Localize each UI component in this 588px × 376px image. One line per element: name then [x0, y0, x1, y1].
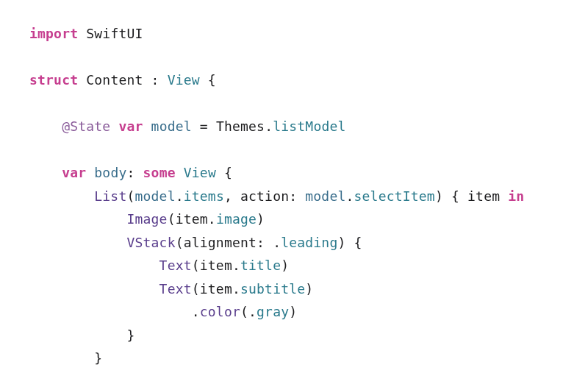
- type-name: Content: [86, 72, 143, 88]
- code-line: .color(.gray): [29, 304, 297, 319]
- code-line: Text(item.title): [29, 258, 289, 273]
- code-line: }: [29, 350, 102, 366]
- variable-model: model: [151, 118, 192, 134]
- call-text: Text: [159, 281, 192, 297]
- code-line: }: [29, 327, 135, 343]
- code-line: struct Content : View {: [29, 72, 216, 88]
- keyword-struct: struct: [29, 72, 78, 88]
- keyword-var: var: [118, 118, 143, 134]
- code-block: import SwiftUI struct Content : View { @…: [29, 22, 559, 376]
- modifier-color: color: [200, 304, 240, 319]
- call-text: Text: [159, 258, 192, 273]
- attribute-state: @State: [62, 118, 110, 134]
- call-image: Image: [126, 211, 167, 227]
- call-list: List: [94, 188, 126, 204]
- protocol-view: View: [184, 165, 216, 180]
- code-line: Image(item.image): [29, 211, 265, 227]
- code-line: @State var model = Themes.listModel: [29, 118, 346, 134]
- code-line: var body: some View {: [29, 165, 232, 180]
- code-line: import SwiftUI: [29, 26, 143, 41]
- type-themes: Themes: [216, 118, 265, 134]
- keyword-some: some: [143, 165, 176, 180]
- keyword-var: var: [62, 165, 86, 180]
- keyword-import: import: [29, 26, 78, 41]
- protocol-view: View: [168, 72, 200, 88]
- code-line: VStack(alignment: .leading) {: [29, 235, 362, 250]
- code-line: Text(item.subtitle): [29, 281, 313, 297]
- keyword-in: in: [508, 188, 524, 204]
- call-vstack: VStack: [126, 235, 175, 250]
- code-line: List(model.items, action: model.selectIt…: [29, 188, 524, 204]
- member-listmodel: listModel: [273, 118, 345, 134]
- code-line: }: [29, 374, 70, 377]
- variable-body: body: [94, 165, 126, 180]
